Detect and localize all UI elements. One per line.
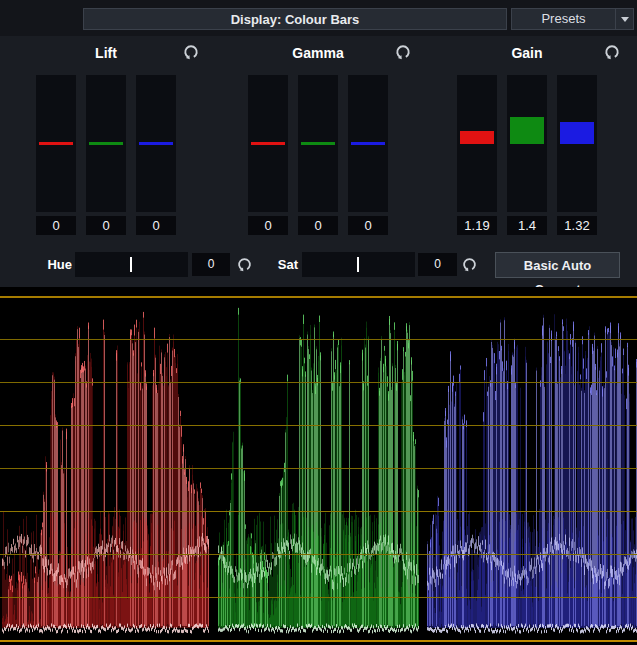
gamma-green-handle[interactable] xyxy=(301,142,335,145)
presets-dropdown-button[interactable]: Presets xyxy=(511,8,634,30)
gamma-red-slider[interactable] xyxy=(248,75,288,212)
colour-correct-panel: Display: Colour Bars Presets Lift 0 0 0 … xyxy=(0,0,637,645)
top-bar: Display: Colour Bars Presets xyxy=(0,0,637,36)
lift-red-value[interactable]: 0 xyxy=(36,216,76,235)
lift-blue-slider[interactable] xyxy=(136,75,176,212)
gain-green-slider[interactable] xyxy=(507,75,547,212)
gamma-red-handle[interactable] xyxy=(251,142,285,145)
lift-group: Lift 0 0 0 xyxy=(0,36,212,246)
gain-blue-slider[interactable] xyxy=(557,75,597,212)
gamma-title: Gamma xyxy=(248,45,388,61)
gamma-green-slider[interactable] xyxy=(298,75,338,212)
basic-auto-correct-button[interactable]: Basic Auto Correct xyxy=(495,252,620,278)
lift-blue-value[interactable]: 0 xyxy=(136,216,176,235)
gamma-blue-handle[interactable] xyxy=(351,142,385,145)
hue-label: Hue xyxy=(28,252,72,277)
gamma-blue-value[interactable]: 0 xyxy=(348,216,388,235)
lift-blue-handle[interactable] xyxy=(139,142,173,145)
gamma-group: Gamma 0 0 0 xyxy=(212,36,424,246)
sat-reset-icon[interactable] xyxy=(461,256,478,273)
gain-group: Gain 1.19 1.4 1.32 xyxy=(421,36,633,246)
gain-reset-icon[interactable] xyxy=(603,43,621,61)
lift-red-slider[interactable] xyxy=(36,75,76,212)
hue-reset-icon[interactable] xyxy=(236,256,253,273)
sat-label: Sat xyxy=(256,252,298,277)
rgb-parade-waveform xyxy=(0,287,637,645)
sat-value[interactable]: 0 xyxy=(418,253,457,276)
lift-green-value[interactable]: 0 xyxy=(86,216,126,235)
gamma-green-value[interactable]: 0 xyxy=(298,216,338,235)
gain-red-value[interactable]: 1.19 xyxy=(457,216,497,235)
display-selector-button[interactable]: Display: Colour Bars xyxy=(83,8,507,30)
gain-blue-value[interactable]: 1.32 xyxy=(557,216,597,235)
lift-reset-icon[interactable] xyxy=(182,43,200,61)
hue-slider-handle[interactable] xyxy=(130,257,132,272)
lift-red-handle[interactable] xyxy=(39,142,73,145)
gain-title: Gain xyxy=(457,45,597,61)
gain-green-handle[interactable] xyxy=(510,117,544,144)
gamma-reset-icon[interactable] xyxy=(394,43,412,61)
chevron-down-icon[interactable] xyxy=(615,9,633,29)
lift-green-slider[interactable] xyxy=(86,75,126,212)
sat-slider[interactable] xyxy=(302,252,415,277)
gamma-blue-slider[interactable] xyxy=(348,75,388,212)
gain-blue-handle[interactable] xyxy=(560,122,594,144)
sat-slider-handle[interactable] xyxy=(357,257,359,272)
lift-green-handle[interactable] xyxy=(89,142,123,145)
gain-green-value[interactable]: 1.4 xyxy=(507,216,547,235)
hue-value[interactable]: 0 xyxy=(192,253,230,276)
presets-label: Presets xyxy=(512,9,615,29)
hue-slider[interactable] xyxy=(75,252,188,277)
gamma-red-value[interactable]: 0 xyxy=(248,216,288,235)
gain-red-handle[interactable] xyxy=(460,131,494,144)
lift-title: Lift xyxy=(36,45,176,61)
gain-red-slider[interactable] xyxy=(457,75,497,212)
